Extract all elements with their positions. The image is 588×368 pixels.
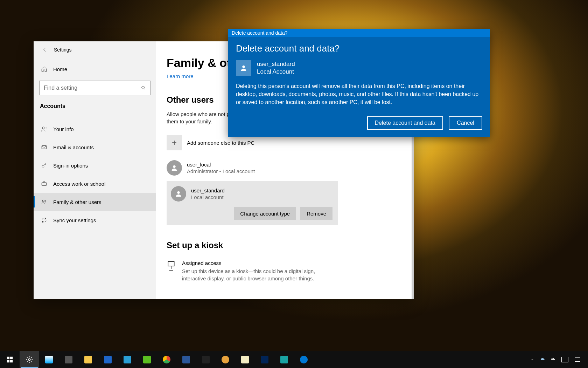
user-row-local[interactable]: user_local Administrator - Local account — [167, 158, 403, 178]
delete-account-dialog: Delete account and data? Delete account … — [228, 29, 490, 137]
sidebar-item-sync[interactable]: Sync your settings — [34, 211, 156, 229]
dialog-user-name: user_standard — [257, 61, 295, 68]
nav-label: Sign-in options — [53, 163, 88, 169]
start-button[interactable] — [0, 351, 20, 368]
dialog-titlebar: Delete account and data? — [228, 29, 490, 37]
search-input[interactable] — [39, 81, 150, 95]
taskbar-camera[interactable] — [59, 351, 78, 368]
delete-confirm-button[interactable]: Delete account and data — [367, 116, 443, 130]
home-icon — [40, 66, 48, 72]
taskbar-chrome[interactable] — [157, 351, 176, 368]
mail-icon — [40, 144, 48, 150]
tray-cloud-icon[interactable] — [548, 351, 559, 368]
taskbar-settings[interactable] — [20, 351, 39, 368]
svg-rect-13 — [7, 360, 9, 362]
kiosk-icon — [167, 260, 176, 282]
sidebar-section-label: Accounts — [34, 100, 156, 113]
window-titlebar: Settings — [34, 41, 156, 58]
show-desktop-button[interactable] — [584, 351, 587, 368]
svg-point-0 — [142, 86, 145, 89]
avatar-icon — [167, 160, 182, 176]
window-title: Settings — [54, 47, 72, 53]
add-user-row[interactable]: + Add someone else to this PC — [167, 135, 403, 150]
tray-onedrive-icon[interactable] — [538, 351, 548, 368]
svg-point-6 — [45, 200, 46, 202]
dialog-body-text: Deleting this person's account will remo… — [236, 82, 482, 107]
taskbar-cmd[interactable] — [196, 351, 216, 368]
dialog-user-row: user_standard Local Account — [236, 60, 482, 76]
taskbar-app-1[interactable] — [118, 351, 137, 368]
svg-rect-9 — [168, 261, 174, 266]
sidebar-item-signin[interactable]: Sign-in options — [34, 156, 156, 175]
svg-point-10 — [242, 66, 245, 68]
taskbar-notepad[interactable] — [235, 351, 255, 368]
settings-sidebar: Settings Home Accounts Your info Email &… — [34, 41, 156, 299]
svg-point-1 — [42, 127, 44, 129]
sidebar-item-family[interactable]: Family & other users — [34, 193, 156, 211]
dialog-user-type: Local Account — [257, 68, 295, 75]
kiosk-desc: Set up this device as a kiosk—this could… — [182, 267, 329, 282]
svg-point-5 — [42, 200, 44, 202]
change-account-type-button[interactable]: Change account type — [234, 207, 296, 220]
nav-list: Your info Email & accounts Sign-in optio… — [34, 120, 156, 229]
nav-label: Your info — [53, 126, 74, 132]
taskbar-edge-dev[interactable] — [216, 351, 235, 368]
sync-icon — [40, 217, 48, 223]
taskbar — [0, 351, 588, 368]
svg-point-7 — [173, 165, 175, 168]
nav-home[interactable]: Home — [34, 60, 156, 78]
kiosk-row[interactable]: Assigned access Set up this device as a … — [167, 260, 403, 282]
svg-rect-11 — [7, 357, 9, 359]
people-icon — [40, 199, 48, 205]
sidebar-item-your-info[interactable]: Your info — [34, 120, 156, 138]
nav-label: Family & other users — [53, 199, 102, 205]
nav-label: Access work or school — [53, 181, 105, 187]
add-user-label: Add someone else to this PC — [187, 140, 254, 146]
svg-rect-2 — [42, 146, 47, 149]
taskbar-app-3[interactable] — [274, 351, 294, 368]
sidebar-item-email[interactable]: Email & accounts — [34, 138, 156, 156]
svg-point-8 — [177, 191, 180, 194]
tray-notifications-icon[interactable] — [571, 351, 584, 368]
remove-user-button[interactable]: Remove — [300, 207, 332, 220]
svg-point-15 — [28, 359, 30, 361]
nav-label: Email & accounts — [53, 144, 94, 150]
search-icon[interactable] — [136, 81, 150, 95]
svg-point-3 — [42, 165, 44, 167]
svg-rect-14 — [10, 360, 13, 362]
taskbar-store[interactable] — [39, 351, 59, 368]
plus-icon: + — [167, 135, 182, 150]
sidebar-item-work-school[interactable]: Access work or school — [34, 175, 156, 193]
dialog-heading: Delete account and data? — [236, 43, 482, 54]
tray-input-icon[interactable] — [559, 351, 571, 368]
kiosk-title: Assigned access — [182, 260, 329, 266]
taskbar-powershell[interactable] — [255, 351, 274, 368]
svg-rect-12 — [10, 357, 13, 359]
user-row-standard[interactable]: user_standard Local account Change accou… — [167, 181, 338, 225]
kiosk-heading: Set up a kiosk — [167, 240, 403, 250]
cancel-button[interactable]: Cancel — [449, 116, 482, 130]
user-type: Local account — [191, 194, 225, 200]
taskbar-edge[interactable] — [294, 351, 314, 368]
avatar-icon — [236, 60, 251, 76]
avatar-icon — [171, 186, 186, 202]
nav-home-label: Home — [53, 66, 67, 72]
user-name: user_local — [187, 162, 255, 168]
tray-chevron-icon[interactable] — [527, 351, 538, 368]
learn-more-link[interactable]: Learn more — [167, 73, 194, 79]
user-name: user_standard — [191, 188, 225, 193]
search-wrap — [39, 81, 150, 95]
taskbar-mail[interactable] — [98, 351, 118, 368]
svg-rect-4 — [42, 183, 47, 185]
key-icon — [40, 162, 48, 169]
nav-label: Sync your settings — [53, 217, 96, 223]
briefcase-icon — [40, 180, 48, 187]
user-type: Administrator - Local account — [187, 168, 255, 174]
taskbar-explorer[interactable] — [78, 351, 98, 368]
taskbar-word[interactable] — [176, 351, 196, 368]
taskbar-app-2[interactable] — [137, 351, 157, 368]
person-icon — [40, 126, 48, 132]
back-button[interactable] — [38, 43, 52, 57]
